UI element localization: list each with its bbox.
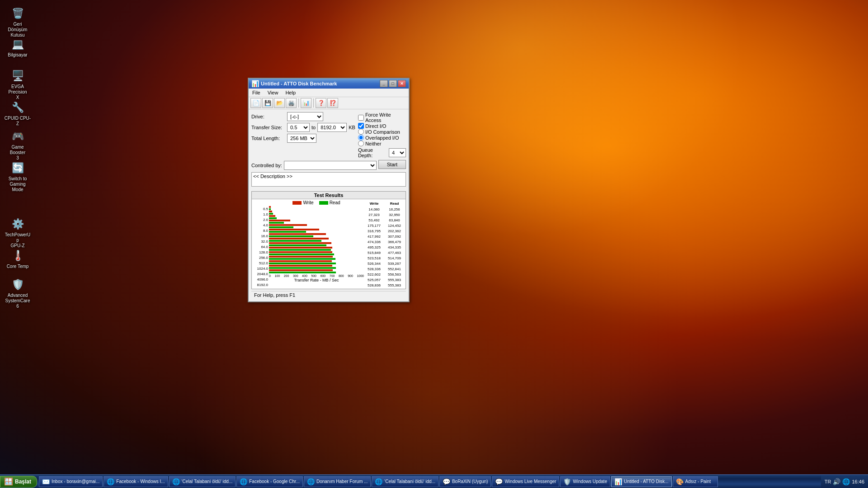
- app-icon: 📊: [251, 80, 259, 87]
- taskbar-boraxin[interactable]: 💬 BoRaXiN (Uygun): [439, 476, 491, 487]
- neither-radio[interactable]: [358, 141, 364, 146]
- taskbar-facebook-chrome-label: Facebook - Google Chr...: [249, 479, 300, 484]
- desktop-icon-switch-gaming[interactable]: 🔄 Switch toGaming Mode: [2, 159, 33, 194]
- controlled-by-row: Controlled by: Start: [251, 160, 406, 170]
- system-clock[interactable]: 16:46: [852, 479, 864, 484]
- volume-icon[interactable]: 🔊: [833, 478, 840, 485]
- start-button[interactable]: 🪟 Başlat: [0, 476, 37, 488]
- drive-select[interactable]: [-c-]: [287, 112, 323, 121]
- taskbar-messenger-label: Windows Live Messenger: [505, 479, 556, 484]
- read-bar: [269, 249, 331, 251]
- write-bar: [269, 211, 272, 212]
- bar-row: [269, 224, 364, 228]
- taskbar-celal2-label: 'Celal Talabani öldü' idd...: [384, 479, 435, 484]
- label-05: 0.5: [253, 206, 269, 212]
- maximize-button[interactable]: □: [389, 80, 397, 87]
- read-bar: [269, 226, 293, 228]
- read-bar: [269, 213, 273, 215]
- force-write-checkbox[interactable]: [358, 115, 364, 121]
- bar-row: [269, 269, 364, 273]
- form-right: Force Write Access Direct I/O I/O Compar…: [358, 112, 406, 160]
- number-row: 53,49263,840: [364, 217, 405, 223]
- read-value: 63,840: [389, 218, 400, 222]
- desktop-icon-geri-donusum[interactable]: 🗑️ Geri DönüşümKutusu: [2, 5, 33, 40]
- windows-logo-icon: 🪟: [4, 477, 13, 486]
- transfer-to-select[interactable]: 8192.0: [317, 123, 347, 132]
- test-results-header: Test Results: [252, 192, 406, 199]
- network-icon[interactable]: 🌐: [842, 478, 850, 485]
- description-textarea[interactable]: [251, 172, 406, 187]
- read-value: 552,841: [388, 267, 401, 271]
- total-length-label: Total Length:: [251, 136, 285, 141]
- desktop-icon-techpowerup[interactable]: ⚙️ TechPowerUpGPU-Z: [2, 215, 33, 250]
- taskbar-windows-update[interactable]: 🛡️ Windows Update: [560, 476, 610, 487]
- close-button[interactable]: ✕: [398, 80, 406, 87]
- test-results: Test Results 0.5 1.0 2.0 4.0 8.0 16.0 32…: [251, 191, 406, 289]
- taskbar-celal1-label: 'Celal Talabani öldü' idd...: [182, 479, 233, 484]
- write-bar: [269, 251, 332, 253]
- total-length-select[interactable]: 256 MB: [287, 134, 316, 143]
- menu-help[interactable]: Help: [283, 89, 297, 96]
- toolbar-save[interactable]: 💾: [262, 98, 273, 108]
- taskbar-celal1[interactable]: 🌐 'Celal Talabani öldü' idd...: [169, 476, 236, 487]
- desktop-icon-cpuz[interactable]: 🔧 CPUID CPU-Z: [2, 99, 33, 128]
- paint-icon: 🎨: [676, 478, 684, 485]
- desktop-icon-core-temp[interactable]: 🌡️ Core Temp: [2, 247, 33, 271]
- read-bar: [269, 253, 334, 255]
- force-write-row: Force Write Access: [358, 112, 406, 123]
- toolbar-new[interactable]: 📄: [250, 98, 261, 108]
- taskbar-paint[interactable]: 🎨 Adsız - Paint: [673, 476, 718, 487]
- taskbar-messenger[interactable]: 💬 Windows Live Messenger: [492, 476, 559, 487]
- minimize-button[interactable]: _: [380, 80, 388, 87]
- atto-window: 📊 Untitled - ATTO Disk Benchmark _ □ ✕ F…: [248, 78, 410, 302]
- write-bar: [269, 269, 333, 271]
- toolbar-open[interactable]: 📂: [274, 98, 285, 108]
- taskbar-donanim[interactable]: 🌐 Donanım Haber Forum ...: [304, 476, 371, 487]
- write-value: 474,336: [368, 240, 381, 244]
- io-comparison-radio[interactable]: [358, 129, 364, 135]
- window-titlebar: 📊 Untitled - ATTO Disk Benchmark _ □ ✕: [249, 79, 409, 89]
- taskbar-facebook-windows[interactable]: 🌐 Facebook - Windows I...: [104, 476, 168, 487]
- queue-depth-label: Queue Depth:: [358, 147, 387, 158]
- controlled-by-select[interactable]: [284, 161, 377, 170]
- taskbar-atto-label: Untitled - ATTO Disk...: [624, 479, 669, 484]
- desktop-icon-bilgisayar[interactable]: 💻 Bilgisayar: [2, 35, 33, 60]
- toolbar-print[interactable]: 🖨️: [286, 98, 297, 108]
- transfer-from-select[interactable]: 0.5: [287, 123, 310, 132]
- taskbar-atto[interactable]: 📊 Untitled - ATTO Disk...: [611, 476, 672, 487]
- total-length-row: Total Length: 256 MB: [251, 134, 355, 143]
- bar-row: [269, 265, 364, 269]
- taskbar-tray: TR 🔊 🌐 16:46: [821, 475, 868, 488]
- number-row: 175,177124,452: [364, 223, 405, 228]
- overlapped-io-radio[interactable]: [358, 135, 364, 141]
- taskbar-facebook-chrome[interactable]: 🌐 Facebook - Google Chr...: [236, 476, 303, 487]
- toolbar-about[interactable]: ⁉️: [327, 98, 338, 108]
- read-value: 202,362: [388, 229, 401, 233]
- direct-io-checkbox[interactable]: [358, 123, 364, 129]
- recycle-bin-icon: 🗑️: [10, 6, 25, 21]
- toolbar-chart[interactable]: 📊: [301, 98, 311, 108]
- neither-row: Neither: [358, 141, 406, 146]
- desktop-icon-advanced-syscare[interactable]: 🛡️ AdvancedSystemCare 6: [2, 276, 33, 311]
- bar-row: [269, 238, 364, 242]
- desktop-icon-game-booster[interactable]: 🎮 Game Booster3: [2, 127, 33, 163]
- icon-label: EVGA PrecisionX: [4, 84, 32, 100]
- taskbar-inbox[interactable]: ✉️ Inbox - boraxin@gmai...: [39, 476, 103, 487]
- toolbar-help[interactable]: ❓: [316, 98, 326, 108]
- start-button[interactable]: Start: [378, 160, 406, 169]
- numbers-header: Write Read: [364, 200, 405, 206]
- taskbar-celal2[interactable]: 🌐 'Celal Talabani öldü' idd...: [372, 476, 439, 487]
- bars-area: [269, 206, 364, 274]
- write-value: 14,080: [368, 207, 379, 211]
- desktop-icon-evga[interactable]: 🖥️ EVGA PrecisionX: [2, 67, 33, 102]
- label-20: 2.0: [253, 217, 269, 223]
- windows-update-icon: 🛡️: [563, 478, 571, 485]
- label-81920: 8192.0: [253, 282, 269, 288]
- language-indicator[interactable]: TR: [825, 479, 831, 484]
- queue-depth-select[interactable]: 4: [389, 148, 406, 157]
- menu-file[interactable]: File: [250, 89, 262, 96]
- menu-view[interactable]: View: [266, 89, 280, 96]
- write-bar: [269, 242, 331, 244]
- taskbar: 🪟 Başlat ✉️ Inbox - boraxin@gmai... 🌐 Fa…: [0, 474, 868, 488]
- write-bar: [269, 260, 332, 262]
